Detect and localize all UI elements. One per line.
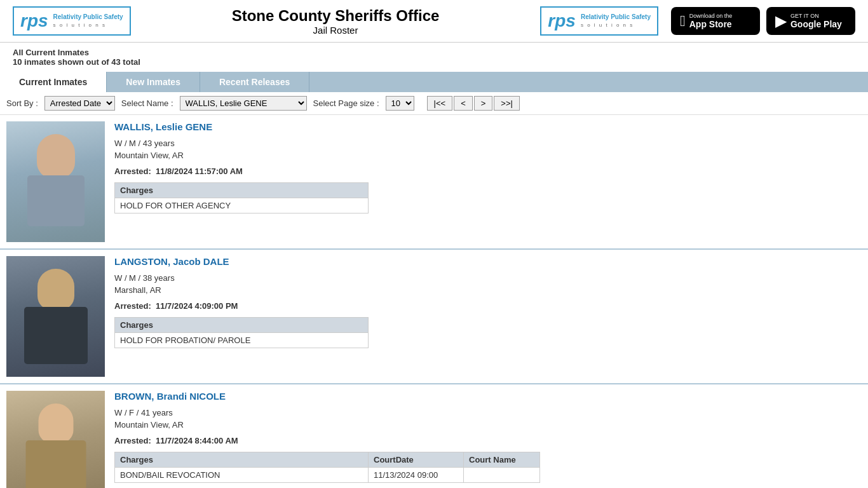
inmate-summary: All Current Inmates 10 inmates shown out… [0, 43, 868, 72]
site-subtitle: Jail Roster [232, 25, 440, 36]
charges-header-wallis: Charges [115, 183, 368, 198]
page-size-select[interactable]: 10 25 50 [386, 96, 414, 111]
header-title-block: Stone County Sheriffs Office Jail Roster [232, 7, 440, 36]
charges-row-wallis-0: HOLD FOR OTHER AGENCY [115, 198, 368, 213]
mugshot-brown [6, 391, 105, 488]
apple-icon:  [680, 12, 686, 30]
name-label: Select Name : [121, 98, 173, 108]
summary-line1: All Current Inmates [13, 48, 855, 57]
sort-select[interactable]: Arrested Date [44, 96, 115, 111]
page-size-label: Select Page size : [313, 98, 379, 108]
next-page-button[interactable]: > [474, 96, 493, 111]
inmate-entry-langston: LANGSTON, Jacob DALE W / M / 38 years Ma… [0, 250, 868, 384]
inmate-photo-wallis [6, 121, 105, 242]
court-date-header: CourtDate [369, 452, 463, 468]
inmate-info-langston: LANGSTON, Jacob DALE W / M / 38 years Ma… [105, 256, 862, 377]
court-date-value: 11/13/2024 09:00 [369, 468, 463, 482]
arrested-label-brown: Arrested: [114, 436, 151, 445]
court-name-header: Court Name [464, 452, 539, 468]
inmate-name-wallis[interactable]: WALLIS, Leslie GENE [114, 121, 862, 132]
court-name-value [464, 468, 539, 473]
charges-row-brown-0: BOND/BAIL REVOCATION [115, 468, 368, 482]
arrested-date-brown: 11/7/2024 8:44:00 AM [156, 436, 238, 445]
inmate-location-wallis: Mountain View, AR [114, 151, 862, 160]
site-title: Stone County Sheriffs Office [232, 7, 440, 25]
tab-recent-releases[interactable]: Recent Releases [200, 72, 309, 92]
court-name-block: Court Name [464, 452, 540, 483]
court-info-brown: CourtDate 11/13/2024 09:00 Court Name [369, 452, 540, 483]
controls-bar: Sort By : Arrested Date Select Name : WA… [0, 92, 868, 115]
inmate-demo-langston: W / M / 38 years [114, 273, 862, 283]
page-header: rps Relativity Public Safety s o l u t i… [0, 0, 868, 43]
charges-table-wallis: Charges HOLD FOR OTHER AGENCY [114, 182, 369, 214]
inmate-photo-brown [6, 391, 105, 488]
tab-current-inmates[interactable]: Current Inmates [0, 72, 107, 92]
inmate-arrested-brown: Arrested: 11/7/2024 8:44:00 AM [114, 436, 862, 445]
app-badges:  Download on the App Store ▶ GET IT ON … [671, 7, 855, 35]
charges-table-langston: Charges HOLD FOR PROBATION/ PAROLE [114, 317, 369, 348]
logo-right-tag: s o l u t i o n s [581, 22, 651, 29]
google-play-icon: ▶ [775, 12, 787, 30]
mugshot-langston [6, 256, 105, 377]
arrested-date-langston: 11/7/2024 4:09:00 PM [156, 301, 238, 311]
arrested-label-wallis: Arrested: [114, 166, 151, 176]
apple-badge-top: Download on the [689, 13, 733, 19]
inmate-name-brown[interactable]: BROWN, Brandi NICOLE [114, 391, 862, 402]
inmate-arrested-wallis: Arrested: 11/8/2024 11:57:00 AM [114, 166, 862, 176]
charges-row-langston-0: HOLD FOR PROBATION/ PAROLE [115, 333, 368, 348]
google-badge-text: GET IT ON Google Play [790, 13, 842, 29]
arrested-label-langston: Arrested: [114, 301, 151, 311]
inmate-info-brown: BROWN, Brandi NICOLE W / F / 41 years Mo… [105, 391, 862, 488]
google-badge-main: Google Play [790, 19, 842, 29]
google-play-badge[interactable]: ▶ GET IT ON Google Play [766, 7, 855, 35]
court-date-block: CourtDate 11/13/2024 09:00 [369, 452, 464, 483]
inmate-entry-brown: BROWN, Brandi NICOLE W / F / 41 years Mo… [0, 384, 868, 488]
sort-label: Sort By : [6, 98, 38, 108]
prev-page-button[interactable]: < [454, 96, 473, 111]
summary-line2: 10 inmates shown out of 43 total [13, 57, 855, 67]
logo-left: rps Relativity Public Safety s o l u t i… [13, 6, 131, 36]
inmate-photo-langston [6, 256, 105, 377]
tab-new-inmates[interactable]: New Inmates [107, 72, 200, 92]
logo-right-brand: Relativity Public Safety [581, 13, 651, 22]
last-page-button[interactable]: >>| [494, 96, 520, 111]
rps-logo-right-text: rps [548, 11, 576, 31]
inmate-arrested-langston: Arrested: 11/7/2024 4:09:00 PM [114, 301, 862, 311]
apple-app-store-badge[interactable]:  Download on the App Store [671, 7, 760, 35]
mugshot-wallis [6, 121, 105, 242]
inmate-location-brown: Mountain View, AR [114, 420, 862, 430]
tabs-navigation: Current Inmates New Inmates Recent Relea… [0, 72, 868, 92]
pagination-buttons: |<< < > >>| [427, 96, 520, 111]
inmate-info-wallis: WALLIS, Leslie GENE W / M / 43 years Mou… [105, 121, 862, 242]
charges-and-court-brown: Charges BOND/BAIL REVOCATION CourtDate 1… [114, 452, 862, 483]
inmate-name-langston[interactable]: LANGSTON, Jacob DALE [114, 256, 862, 267]
arrested-date-wallis: 11/8/2024 11:57:00 AM [156, 166, 243, 176]
logo-right-text: Relativity Public Safety s o l u t i o n… [581, 13, 651, 29]
inmate-demo-wallis: W / M / 43 years [114, 139, 862, 148]
inmate-demo-brown: W / F / 41 years [114, 408, 862, 417]
logo-left-tag: s o l u t i o n s [53, 22, 123, 29]
logo-left-text: Relativity Public Safety s o l u t i o n… [53, 13, 123, 29]
inmate-location-langston: Marshall, AR [114, 285, 862, 295]
apple-badge-main: App Store [689, 19, 733, 29]
google-badge-top: GET IT ON [790, 13, 842, 19]
rps-logo-left-text: rps [20, 11, 48, 31]
apple-badge-text: Download on the App Store [689, 13, 733, 29]
logo-right: rps Relativity Public Safety s o l u t i… [540, 6, 658, 36]
name-select[interactable]: WALLIS, Leslie GENE [180, 96, 307, 111]
inmate-entry-wallis: WALLIS, Leslie GENE W / M / 43 years Mou… [0, 115, 868, 250]
charges-header-brown: Charges [115, 452, 368, 468]
logo-left-brand: Relativity Public Safety [53, 13, 123, 22]
first-page-button[interactable]: |<< [427, 96, 453, 111]
charges-header-langston: Charges [115, 318, 368, 333]
charges-table-brown: Charges BOND/BAIL REVOCATION [114, 452, 369, 483]
